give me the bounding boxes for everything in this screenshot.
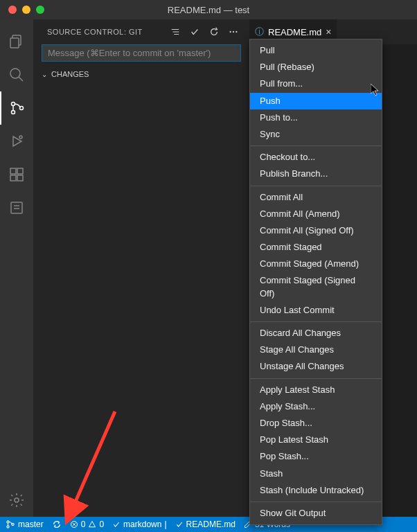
cursor-pointer-icon	[371, 84, 380, 96]
commit-check-icon[interactable]	[190, 27, 199, 37]
svg-point-16	[15, 498, 19, 502]
svg-point-24	[7, 526, 9, 528]
menu-item-sync[interactable]: Sync	[250, 126, 382, 143]
activity-bar	[0, 19, 33, 517]
svg-point-2	[10, 69, 20, 78]
changes-label: CHANGES	[51, 70, 89, 78]
menu-item-pop-latest-stash[interactable]: Pop Latest Stash	[250, 432, 382, 448]
status-problems[interactable]: 0 0	[70, 520, 104, 529]
menu-item-commit-all-amend[interactable]: Commit All (Amend)	[250, 206, 382, 222]
svg-rect-12	[17, 168, 23, 174]
svg-point-8	[19, 136, 22, 139]
menu-item-push-to[interactable]: Push to...	[250, 109, 382, 126]
menu-item-checkout-to[interactable]: Checkout to...	[250, 149, 382, 166]
menu-item-pop-stash[interactable]: Pop Stash...	[250, 448, 382, 465]
svg-point-21	[233, 31, 234, 33]
svg-rect-1	[10, 38, 19, 48]
svg-rect-9	[10, 168, 16, 174]
menu-item-pull-from[interactable]: Pull from...	[250, 76, 382, 92]
menu-item-stash-include-untracked[interactable]: Stash (Include Untracked)	[250, 482, 382, 499]
svg-rect-11	[17, 175, 23, 181]
changes-section-header[interactable]: ⌄ CHANGES	[33, 67, 249, 81]
svg-point-22	[236, 31, 237, 33]
debug-icon[interactable]	[0, 125, 33, 158]
menu-item-publish-branch[interactable]: Publish Branch...	[250, 166, 382, 182]
menu-separator	[250, 321, 382, 322]
status-file[interactable]: README.md	[175, 520, 236, 529]
sidebar-title: SOURCE CONTROL: GIT	[47, 28, 170, 36]
menu-separator	[250, 186, 382, 186]
maximize-window-button[interactable]	[36, 6, 44, 14]
info-icon: ⓘ	[255, 26, 264, 38]
minimize-window-button[interactable]	[22, 6, 30, 14]
extensions-icon[interactable]	[0, 158, 33, 191]
svg-point-23	[7, 521, 9, 523]
source-control-sidebar: SOURCE CONTROL: GIT ⌄ CHANGES	[33, 19, 249, 517]
menu-item-commit-staged-amend[interactable]: Commit Staged (Amend)	[250, 256, 382, 272]
chevron-down-icon: ⌄	[42, 71, 47, 78]
menu-item-drop-stash[interactable]: Drop Stash...	[250, 415, 382, 432]
menu-separator	[250, 378, 382, 379]
menu-item-commit-staged-signed-off[interactable]: Commit Staged (Signed Off)	[250, 272, 382, 301]
menu-item-commit-all[interactable]: Commit All	[250, 189, 382, 206]
menu-item-pull-rebase[interactable]: Pull (Rebase)	[250, 59, 382, 76]
source-control-icon[interactable]	[0, 91, 33, 125]
svg-point-4	[12, 103, 15, 106]
svg-marker-29	[89, 522, 96, 527]
svg-point-20	[229, 31, 231, 33]
search-icon[interactable]	[0, 58, 33, 91]
menu-item-undo-last-commit[interactable]: Undo Last Commit	[250, 302, 382, 319]
svg-marker-30	[371, 84, 378, 96]
menu-item-push[interactable]: Push	[250, 93, 382, 109]
titlebar: README.md — test	[0, 0, 417, 19]
menu-item-stage-all-changes[interactable]: Stage All Changes	[250, 342, 382, 358]
close-window-button[interactable]	[8, 6, 17, 14]
svg-point-5	[12, 111, 15, 114]
close-icon[interactable]: ×	[326, 26, 331, 37]
menu-item-unstage-all-changes[interactable]: Unstage All Changes	[250, 358, 382, 375]
svg-line-3	[19, 77, 23, 81]
commit-message-input[interactable]	[42, 44, 241, 62]
svg-rect-10	[10, 175, 16, 181]
menu-separator	[250, 145, 382, 146]
status-sync[interactable]	[52, 520, 62, 529]
menu-item-commit-all-signed-off[interactable]: Commit All (Signed Off)	[250, 222, 382, 239]
menu-item-apply-latest-stash[interactable]: Apply Latest Stash	[250, 382, 382, 398]
menu-item-pull[interactable]: Pull	[250, 42, 382, 59]
explorer-icon[interactable]	[0, 25, 33, 58]
more-actions-icon[interactable]	[229, 27, 238, 37]
refresh-icon[interactable]	[209, 27, 219, 37]
settings-gear-icon[interactable]	[0, 484, 33, 517]
svg-rect-13	[11, 202, 22, 213]
menu-item-discard-all-changes[interactable]: Discard All Changes	[250, 325, 382, 342]
status-branch[interactable]: master	[6, 520, 44, 529]
tab-label: README.md	[268, 27, 321, 37]
menu-item-apply-stash[interactable]: Apply Stash...	[250, 398, 382, 415]
menu-separator	[250, 502, 382, 502]
menu-item-commit-staged[interactable]: Commit Staged	[250, 239, 382, 256]
status-language[interactable]: markdown |	[112, 520, 166, 529]
menu-item-show-git-output[interactable]: Show Git Output	[250, 505, 382, 522]
view-tree-icon[interactable]	[170, 27, 180, 37]
git-context-menu: PullPull (Rebase)Pull from...PushPush to…	[249, 39, 382, 525]
outline-icon[interactable]	[0, 191, 33, 224]
window-title: README.md — test	[168, 5, 249, 15]
menu-item-stash[interactable]: Stash	[250, 466, 382, 482]
